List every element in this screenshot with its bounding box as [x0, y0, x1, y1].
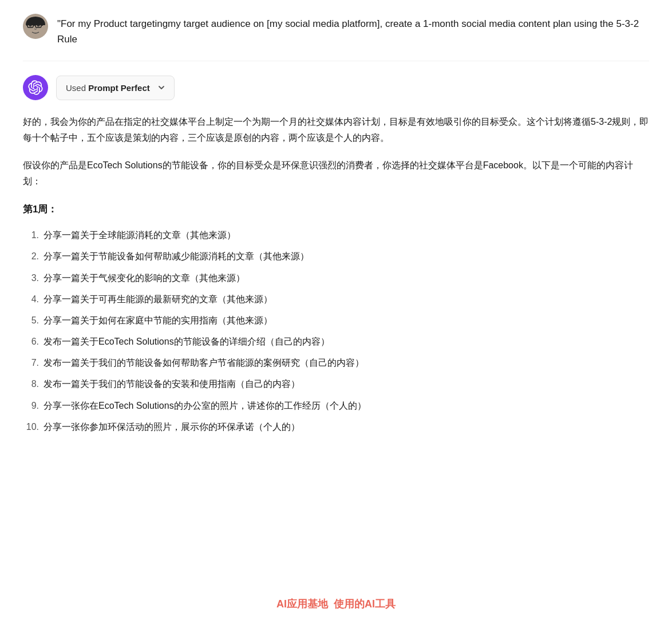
list-item-number: 4. [23, 291, 39, 307]
page-container: "For my Product targetingmy target audie… [0, 0, 672, 460]
svg-point-8 [24, 25, 26, 28]
list-item-text: 分享一篇关于气候变化的影响的文章（其他来源） [44, 270, 245, 286]
ai-content: 好的，我会为你的产品在指定的社交媒体平台上制定一个为期一个月的社交媒体内容计划，… [23, 114, 649, 434]
svg-point-9 [45, 25, 47, 28]
list-item-text: 分享一张你在EcoTech Solutions的办公室的照片，讲述你的工作经历（… [44, 398, 366, 413]
list-item: 7.发布一篇关于我们的节能设备如何帮助客户节省能源的案例研究（自己的内容） [23, 355, 649, 370]
prompt-perfect-badge[interactable]: Used Prompt Perfect [56, 76, 175, 101]
list-item: 9.分享一张你在EcoTech Solutions的办公室的照片，讲述你的工作经… [23, 398, 649, 413]
list-item: 2.分享一篇关于节能设备如何帮助减少能源消耗的文章（其他来源） [23, 248, 649, 264]
ai-response-block: Used Prompt Perfect 好的，我会为你的产品在指定的社交媒体平台… [0, 61, 672, 460]
list-item-text: 发布一篇关于我们的节能设备如何帮助客户节省能源的案例研究（自己的内容） [44, 355, 364, 370]
user-message-text: "For my Product targetingmy target audie… [57, 14, 649, 47]
list-item-number: 8. [23, 376, 39, 392]
week1-list: 1.分享一篇关于全球能源消耗的文章（其他来源）2.分享一篇关于节能设备如何帮助减… [23, 227, 649, 434]
ai-header: Used Prompt Perfect [23, 75, 649, 100]
list-item: 5.分享一篇关于如何在家庭中节能的实用指南（其他来源） [23, 313, 649, 328]
list-item-number: 6. [23, 334, 39, 349]
list-item: 6.发布一篇关于EcoTech Solutions的节能设备的详细介绍（自己的内… [23, 334, 649, 349]
list-item-number: 10. [23, 419, 39, 434]
list-item: 8.发布一篇关于我们的节能设备的安装和使用指南（自己的内容） [23, 376, 649, 392]
list-item-number: 2. [23, 248, 39, 264]
list-item: 3.分享一篇关于气候变化的影响的文章（其他来源） [23, 270, 649, 286]
watermark: AI应用基地 使用的AI工具 [276, 595, 396, 613]
avatar [23, 14, 48, 39]
ai-icon [23, 75, 48, 100]
chevron-down-icon [157, 83, 166, 92]
list-item-number: 7. [23, 355, 39, 370]
plugin-label-text: Used Prompt Perfect [66, 81, 150, 96]
response-paragraph2: 假设你的产品是EcoTech Solutions的节能设备，你的目标受众是环保意… [23, 157, 649, 189]
response-paragraph1: 好的，我会为你的产品在指定的社交媒体平台上制定一个为期一个月的社交媒体内容计划，… [23, 114, 649, 146]
list-item-number: 9. [23, 398, 39, 413]
list-item: 1.分享一篇关于全球能源消耗的文章（其他来源） [23, 227, 649, 243]
list-item-text: 分享一张你参加环保活动的照片，展示你的环保承诺（个人的） [44, 419, 300, 434]
week1-heading: 第1周： [23, 201, 649, 218]
list-item-text: 分享一篇关于全球能源消耗的文章（其他来源） [44, 227, 236, 243]
list-item-number: 3. [23, 270, 39, 286]
list-item: 10.分享一张你参加环保活动的照片，展示你的环保承诺（个人的） [23, 419, 649, 434]
list-item: 4.分享一篇关于可再生能源的最新研究的文章（其他来源） [23, 291, 649, 307]
list-item-text: 发布一篇关于我们的节能设备的安装和使用指南（自己的内容） [44, 376, 300, 392]
list-item-text: 发布一篇关于EcoTech Solutions的节能设备的详细介绍（自己的内容） [44, 334, 330, 349]
list-item-number: 1. [23, 227, 39, 243]
list-item-text: 分享一篇关于如何在家庭中节能的实用指南（其他来源） [44, 313, 272, 328]
user-message-block: "For my Product targetingmy target audie… [0, 0, 672, 61]
list-item-text: 分享一篇关于可再生能源的最新研究的文章（其他来源） [44, 291, 272, 307]
list-item-text: 分享一篇关于节能设备如何帮助减少能源消耗的文章（其他来源） [44, 248, 309, 264]
list-item-number: 5. [23, 313, 39, 328]
